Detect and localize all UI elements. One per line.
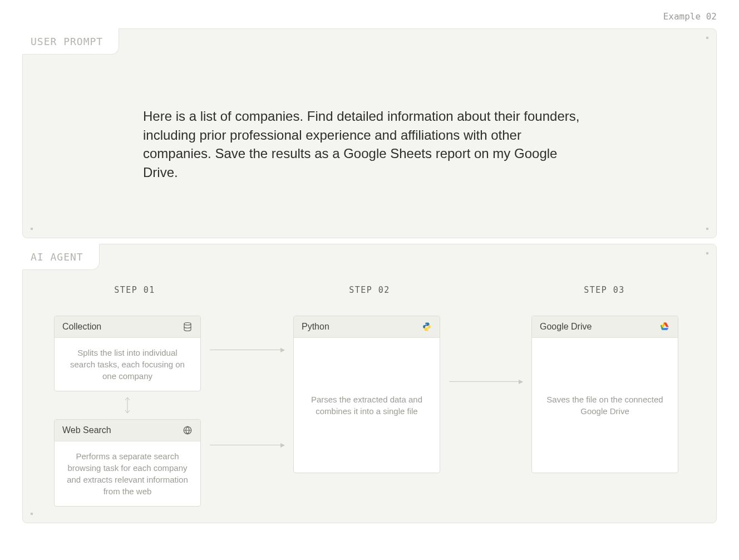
google-drive-icon (660, 322, 670, 332)
database-icon (183, 322, 193, 332)
decorative-dot (706, 228, 708, 230)
gdrive-card: Google Drive Saves the file on the conne… (531, 316, 678, 473)
collection-card-title: Collection (62, 322, 101, 332)
arrow-right-icon (210, 350, 284, 350)
step-label-3: STEP 03 (532, 285, 677, 295)
step-label-2: STEP 02 (297, 285, 442, 295)
gdrive-card-desc: Saves the file on the connected Google D… (532, 338, 678, 473)
python-card: Python Parses the extracted data and com… (293, 316, 440, 473)
step-label-1: STEP 01 (62, 285, 207, 295)
bidirectional-arrow-icon (124, 396, 131, 415)
python-icon (422, 322, 432, 332)
gdrive-card-title: Google Drive (540, 322, 592, 332)
ai-agent-tab: AI AGENT (22, 244, 100, 270)
python-card-title: Python (302, 322, 329, 332)
collection-card: Collection Splits the list into individu… (54, 316, 201, 391)
example-number-label: Example 02 (22, 0, 717, 28)
arrow-right-icon (449, 381, 523, 382)
ai-agent-panel: AI AGENT STEP 01 STEP 02 STEP 03 Collect… (22, 244, 717, 523)
python-card-desc: Parses the extracted data and combines i… (294, 338, 440, 473)
decorative-dot (706, 252, 708, 254)
user-prompt-panel: USER PROMPT Here is a list of companies.… (22, 28, 717, 238)
websearch-card-title: Web Search (62, 425, 111, 435)
collection-card-desc: Splits the list into individual search t… (55, 338, 200, 391)
user-prompt-text: Here is a list of companies. Find detail… (143, 107, 588, 181)
user-prompt-tab: USER PROMPT (22, 28, 119, 55)
svg-point-0 (184, 323, 191, 326)
websearch-card-desc: Performs a separate search browsing task… (55, 441, 200, 506)
decorative-dot (31, 513, 33, 515)
decorative-dot (706, 37, 708, 39)
decorative-dot (31, 228, 33, 230)
globe-icon (183, 425, 193, 435)
arrow-right-icon (210, 445, 284, 445)
websearch-card: Web Search Performs a separate search br… (54, 419, 201, 507)
